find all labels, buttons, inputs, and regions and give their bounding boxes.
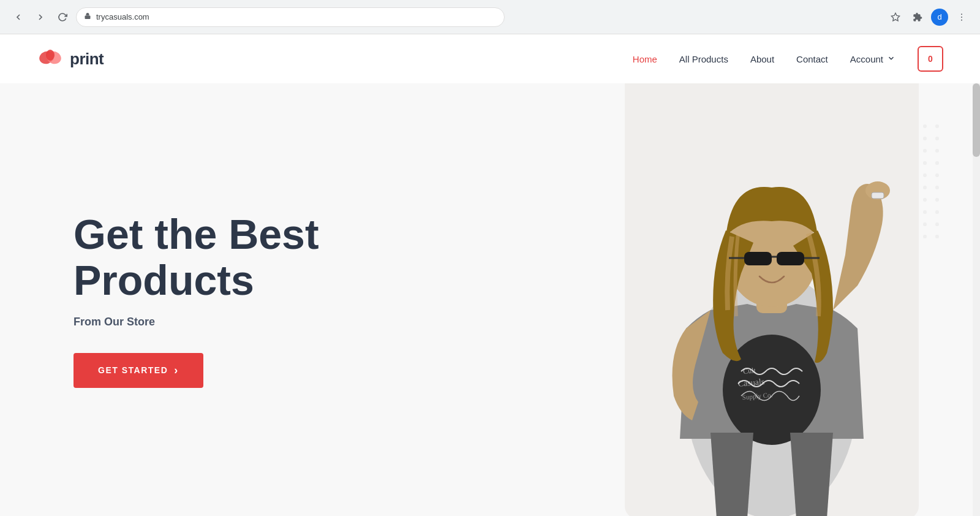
svg-point-77 bbox=[935, 198, 939, 202]
nav-account[interactable]: Account bbox=[850, 54, 895, 64]
svg-point-67 bbox=[935, 186, 939, 189]
svg-point-4 bbox=[961, 19, 962, 20]
hero-image-area: Cult Casuals Supply Co. bbox=[392, 83, 980, 516]
account-label: Account bbox=[850, 54, 883, 64]
svg-point-7 bbox=[46, 50, 55, 61]
logo-icon bbox=[37, 45, 64, 72]
hero-fashion-image: Cult Casuals Supply Co. bbox=[625, 83, 919, 516]
svg-point-2 bbox=[961, 13, 962, 15]
svg-point-27 bbox=[935, 137, 939, 140]
svg-point-46 bbox=[923, 161, 927, 165]
user-avatar-button[interactable]: d bbox=[931, 9, 948, 26]
browser-right-controls: d bbox=[887, 9, 970, 26]
account-chevron-icon bbox=[887, 54, 895, 64]
browser-chrome: trycasuals.com d bbox=[0, 0, 980, 34]
lock-icon bbox=[84, 12, 91, 21]
arrow-icon: › bbox=[174, 364, 179, 377]
svg-point-86 bbox=[923, 210, 927, 214]
get-started-button[interactable]: GET STARTED › bbox=[74, 353, 203, 388]
logo[interactable]: print bbox=[37, 45, 104, 72]
svg-point-56 bbox=[923, 173, 927, 177]
svg-point-26 bbox=[923, 137, 927, 140]
nav-about[interactable]: About bbox=[750, 54, 774, 64]
get-started-label: GET STARTED bbox=[98, 365, 168, 375]
scrollbar-thumb[interactable] bbox=[973, 83, 980, 157]
forward-button[interactable] bbox=[32, 9, 49, 26]
svg-point-36 bbox=[923, 149, 927, 153]
menu-button[interactable] bbox=[953, 9, 970, 26]
hero-title: Get the Best Products bbox=[74, 211, 319, 303]
scrollbar[interactable] bbox=[973, 83, 980, 516]
hero-content: Get the Best Products From Our Store GET… bbox=[0, 211, 319, 388]
svg-point-16 bbox=[923, 124, 927, 128]
cart-count: 0 bbox=[928, 54, 933, 64]
svg-point-57 bbox=[935, 173, 939, 177]
nav-links: Home All Products About Contact Account … bbox=[633, 46, 943, 72]
svg-rect-119 bbox=[777, 252, 804, 265]
bookmark-button[interactable] bbox=[887, 9, 904, 26]
svg-marker-1 bbox=[891, 13, 899, 21]
svg-point-66 bbox=[923, 186, 927, 189]
address-bar[interactable]: trycasuals.com bbox=[76, 7, 505, 27]
svg-text:Cult: Cult bbox=[742, 366, 756, 376]
svg-point-17 bbox=[935, 124, 939, 128]
logo-text: print bbox=[70, 50, 104, 69]
svg-rect-118 bbox=[744, 252, 772, 265]
reload-button[interactable] bbox=[54, 9, 71, 26]
svg-point-106 bbox=[923, 235, 927, 238]
nav-contact[interactable]: Contact bbox=[796, 54, 828, 64]
extensions-button[interactable] bbox=[909, 9, 926, 26]
nav-home[interactable]: Home bbox=[633, 54, 657, 64]
svg-point-76 bbox=[923, 198, 927, 202]
svg-point-87 bbox=[935, 210, 939, 214]
svg-rect-0 bbox=[85, 16, 91, 20]
svg-point-97 bbox=[935, 222, 939, 226]
nav-all-products[interactable]: All Products bbox=[679, 54, 728, 64]
website-content: print Home All Products About Contact Ac… bbox=[0, 34, 980, 516]
svg-point-3 bbox=[961, 17, 962, 18]
svg-point-96 bbox=[923, 222, 927, 226]
svg-point-107 bbox=[935, 235, 939, 238]
svg-point-47 bbox=[935, 161, 939, 165]
hero-subtitle: From Our Store bbox=[74, 316, 319, 328]
cart-button[interactable]: 0 bbox=[918, 46, 943, 72]
svg-point-37 bbox=[935, 149, 939, 153]
navbar: print Home All Products About Contact Ac… bbox=[0, 34, 980, 83]
hero-section: Get the Best Products From Our Store GET… bbox=[0, 83, 980, 516]
svg-rect-115 bbox=[872, 192, 884, 199]
back-button[interactable] bbox=[10, 9, 27, 26]
url-text: trycasuals.com bbox=[96, 12, 497, 21]
